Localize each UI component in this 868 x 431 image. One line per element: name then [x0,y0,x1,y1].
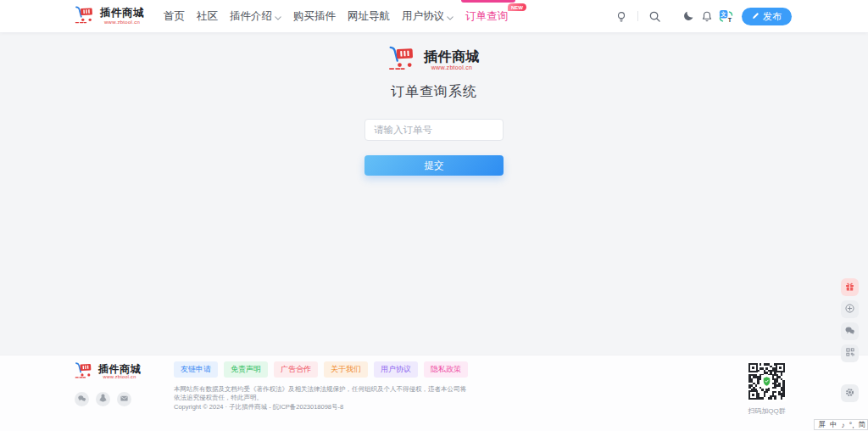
divider [637,11,638,21]
footer-qr-block: 扫码加QQ群 [747,361,787,431]
dark-mode-moon-icon[interactable] [679,7,698,25]
nav-item-order-query[interactable]: 订单查询 NEW [459,0,514,32]
qq-social-button[interactable] [96,392,110,406]
disclaimer-line: 本网站所有数据及文档均受《著作权法》及相关法律法规保护，任何组织及个人不得侵权，… [174,385,747,394]
nav-label: 用户协议 [402,9,444,24]
submit-button[interactable]: 提交 [364,155,504,176]
translate-icon[interactable]: 文 T [716,7,735,25]
nav-label: 首页 [164,9,185,24]
qr-caption: 扫码加QQ群 [748,406,785,416]
floating-toolbar [841,278,859,362]
qr-finder [748,363,758,372]
footer-main: 友链申请 免责声明 广告合作 关于我们 用户协议 隐私政策 本网站所有数据及文档… [174,361,747,431]
nav-label: 社区 [197,9,218,24]
hero-logo: 插件商城 www.zbtool.cn [388,45,480,75]
main-nav: 首页 社区 插件介绍 购买插件 网址导航 用户协议 订单查询 NEW [158,0,514,32]
lightbulb-icon[interactable] [612,7,631,25]
footer-brand: 插件商城 www.zbtool.cn [75,361,155,431]
footer-tag-links: 友链申请 免责声明 广告合作 关于我们 用户协议 隐私政策 [174,361,747,378]
new-badge: NEW [508,3,526,11]
nav-item-user-agreement[interactable]: 用户协议 [396,0,459,32]
chevron-down-icon [447,11,453,23]
email-social-button[interactable] [117,392,131,406]
nav-item-community[interactable]: 社区 [191,0,224,32]
nav-label: 插件介绍 [230,9,272,24]
ime-item[interactable]: 中 [830,420,837,430]
qq-shield-icon [761,375,772,388]
footer-disclaimer: 本网站所有数据及文档均受《著作权法》及相关法律法规保护，任何组织及个人不得侵权，… [174,385,747,402]
email-icon [120,393,129,406]
nav-item-site-nav[interactable]: 网址导航 [342,0,396,32]
nav-item-buy-plugin[interactable]: 购买插件 [287,0,342,32]
order-query-section: 插件商城 www.zbtool.cn 订单查询系统 提交 [0,32,868,176]
gift-icon [844,281,855,294]
footer: 插件商城 www.zbtool.cn 友链申请 免责声明 广告 [0,355,868,431]
link-user-agreement[interactable]: 用户协议 [374,361,418,378]
nav-item-plugin-intro[interactable]: 插件介绍 [224,0,287,32]
page: 插件商城 www.zbtool.cn 首页 社区 插件介绍 购买插件 网址导航 … [0,0,868,431]
qq-qr-code [747,361,787,401]
link-disclaimer[interactable]: 免责声明 [224,361,268,378]
gift-button[interactable] [841,278,859,296]
footer-logo[interactable]: 插件商城 www.zbtool.cn [75,361,155,383]
pencil-icon [752,11,760,21]
svg-text:T: T [727,17,732,24]
ime-item[interactable]: °, [849,421,854,429]
ime-item[interactable]: 屏 [818,420,826,430]
site-logo[interactable]: 插件商城 www.zbtool.cn [75,5,144,28]
cart-logo-icon [388,45,419,75]
ime-status-bar[interactable]: 屏 中 ♪ °, 简 [814,419,868,430]
qq-penguin-icon [98,393,108,406]
link-ad-cooperation[interactable]: 广告合作 [274,361,318,378]
header: 插件商城 www.zbtool.cn 首页 社区 插件介绍 购买插件 网址导航 … [0,0,868,32]
qr-code-icon [845,347,855,360]
plus-circle-icon [844,303,855,316]
publish-label: 发布 [763,10,782,23]
qr-finder [776,363,785,372]
svg-text:文: 文 [720,11,726,17]
qr-finder [748,390,758,400]
logo-subtitle: www.zbtool.cn [103,375,136,380]
nav-label: 购买插件 [293,9,336,24]
qr-code-button[interactable] [841,344,859,362]
comments-button[interactable] [841,322,859,340]
order-number-input[interactable] [364,119,504,141]
link-friend-links[interactable]: 友链申请 [174,361,218,378]
footer-socials [75,392,155,406]
gear-icon [844,387,855,400]
logo-title: 插件商城 [424,50,480,64]
chat-social-button[interactable] [75,392,89,406]
logo-title: 插件商城 [100,8,144,19]
search-icon[interactable] [645,7,664,25]
disclaimer-line: 依法追究侵权责任，特此声明。 [174,394,747,402]
settings-button[interactable] [841,384,859,402]
copyright-text: Copyright © 2024 · 子比插件商城 - 皖ICP备2023018… [174,403,747,411]
link-about-us[interactable]: 关于我们 [324,361,368,378]
logo-subtitle: www.zbtool.cn [431,64,473,70]
cart-logo-icon [75,5,97,28]
ime-item[interactable]: ♪ [841,421,844,429]
logo-title: 插件商城 [98,364,141,374]
publish-button[interactable]: 发布 [742,8,792,25]
notifications-bell-icon[interactable] [698,7,716,25]
cart-logo-icon [75,361,95,383]
chevron-down-icon [275,11,281,23]
nav-label: 网址导航 [348,9,390,24]
ime-item[interactable]: 简 [859,420,866,430]
nav-label: 订单查询 [465,9,508,24]
nav-item-home[interactable]: 首页 [158,0,191,32]
chat-bubbles-icon [844,325,855,339]
add-button[interactable] [841,300,859,318]
page-title: 订单查询系统 [391,83,477,101]
header-actions: 文 T 发布 [612,7,792,25]
link-privacy-policy[interactable]: 隐私政策 [424,361,468,378]
chat-bubbles-icon [77,393,86,406]
logo-subtitle: www.zbtool.cn [104,20,140,25]
